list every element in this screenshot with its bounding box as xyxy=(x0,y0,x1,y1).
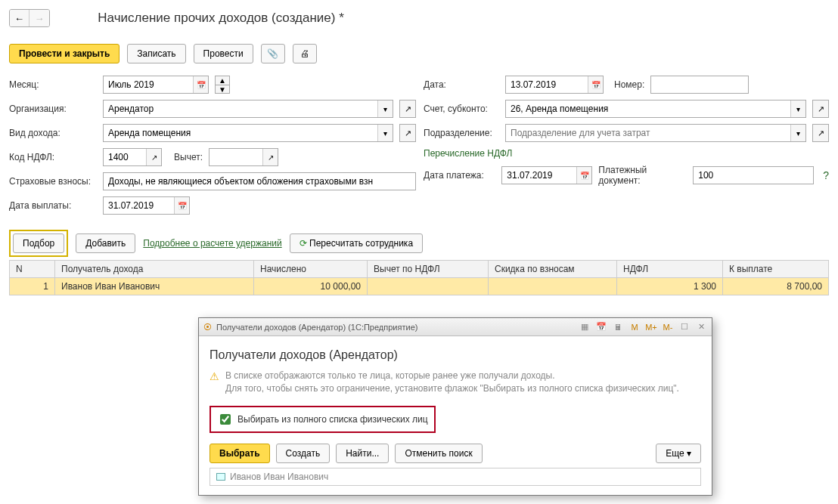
cell-n: 1 xyxy=(10,278,55,295)
month-down-button[interactable]: ▼ xyxy=(215,85,230,94)
month-up-button[interactable]: ▲ xyxy=(215,76,230,85)
ndfl-code-label: Код НДФЛ: xyxy=(9,152,97,162)
pay-date-calendar-icon[interactable]: 📅 xyxy=(174,197,189,214)
deduction-label: Вычет: xyxy=(174,152,203,162)
number-label: Номер: xyxy=(614,79,644,90)
month-label: Месяц: xyxy=(9,79,97,90)
col-recipient: Получатель дохода xyxy=(55,261,254,278)
insurance-label: Страховые взносы: xyxy=(9,176,97,187)
printer-icon: 🖨 xyxy=(300,48,309,59)
pay-date-input[interactable] xyxy=(104,197,174,214)
tax-date-label: Дата платежа: xyxy=(424,170,495,181)
month-input[interactable] xyxy=(104,76,193,93)
deduction-open-button[interactable]: ↗ xyxy=(262,149,278,165)
account-label: Счет, субконто: xyxy=(424,104,499,114)
tax-date-calendar-icon[interactable]: 📅 xyxy=(576,167,591,184)
calendar-icon[interactable]: 📅 xyxy=(193,76,208,93)
paperclip-icon: 📎 xyxy=(267,48,278,59)
number-input[interactable] xyxy=(651,76,748,93)
page-title: Начисление прочих доходов (создание) * xyxy=(98,11,343,26)
attach-button[interactable]: 📎 xyxy=(261,44,285,63)
income-type-label: Вид дохода: xyxy=(9,128,97,138)
add-button[interactable]: Добавить xyxy=(76,233,135,253)
tax-doc-input[interactable] xyxy=(694,167,813,184)
col-n: N xyxy=(10,261,55,278)
refresh-icon: ⟳ xyxy=(300,238,307,249)
pick-button[interactable]: Подбор xyxy=(13,233,64,253)
col-ndfl-deduction: Вычет по НДФЛ xyxy=(368,261,489,278)
post-and-close-button[interactable]: Провести и закрыть xyxy=(9,44,119,63)
cell-accrued: 10 000,00 xyxy=(254,278,368,295)
ndfl-code-input[interactable] xyxy=(104,149,146,165)
recalculate-button[interactable]: ⟳ Пересчитать сотрудника xyxy=(290,233,423,253)
org-label: Организация: xyxy=(9,104,97,114)
tax-date-input[interactable] xyxy=(502,167,576,184)
account-open-button[interactable]: ↗ xyxy=(812,100,829,118)
date-input[interactable] xyxy=(506,76,588,93)
post-button[interactable]: Провести xyxy=(194,44,253,63)
insurance-input[interactable] xyxy=(104,173,415,190)
table-row[interactable]: 1 Иванов Иван Иванович 10 000,00 1 300 8… xyxy=(10,278,829,295)
col-discount: Скидка по взносам xyxy=(489,261,617,278)
col-ndfl: НДФЛ xyxy=(617,261,723,278)
ndfl-transfer-section: Перечисление НДФЛ xyxy=(424,148,512,159)
org-input[interactable] xyxy=(104,100,377,117)
pay-date-label: Дата выплаты: xyxy=(9,200,97,211)
cell-recipient: Иванов Иван Иванович xyxy=(55,278,254,295)
account-dropdown-button[interactable]: ▾ xyxy=(790,100,805,117)
department-open-button[interactable]: ↗ xyxy=(812,124,829,142)
org-dropdown-button[interactable]: ▾ xyxy=(377,100,393,117)
col-topay: К выплате xyxy=(723,261,829,278)
main-toolbar: Провести и закрыть Записать Провести 📎 🖨 xyxy=(9,44,829,63)
department-dropdown-button[interactable]: ▾ xyxy=(790,125,805,141)
tax-doc-label: Платежный документ: xyxy=(598,165,687,186)
col-accrued: Начислено xyxy=(254,261,368,278)
write-button[interactable]: Записать xyxy=(127,44,185,63)
cell-discount xyxy=(489,278,617,295)
income-type-input[interactable] xyxy=(104,125,377,141)
print-button[interactable]: 🖨 xyxy=(293,44,317,63)
deductions-details-link[interactable]: Подробнее о расчете удержаний xyxy=(143,238,281,249)
department-input[interactable] xyxy=(506,125,790,141)
table-toolbar: Подбор Добавить Подробнее о расчете удер… xyxy=(9,230,829,257)
ndfl-code-open-button[interactable]: ↗ xyxy=(146,149,161,165)
help-icon[interactable]: ? xyxy=(823,169,829,181)
cell-ndfl-deduction xyxy=(368,278,489,295)
cell-ndfl: 1 300 xyxy=(617,278,723,295)
org-open-button[interactable]: ↗ xyxy=(399,100,416,118)
income-table: N Получатель дохода Начислено Вычет по Н… xyxy=(9,260,829,295)
income-type-dropdown-button[interactable]: ▾ xyxy=(377,125,393,141)
date-calendar-icon[interactable]: 📅 xyxy=(588,76,603,93)
department-label: Подразделение: xyxy=(424,128,499,138)
deduction-input[interactable] xyxy=(210,149,262,165)
nav-arrows: ← → xyxy=(9,9,50,27)
income-type-open-button[interactable]: ↗ xyxy=(399,124,416,142)
date-label: Дата: xyxy=(424,79,499,90)
account-input[interactable] xyxy=(506,100,790,117)
forward-button[interactable]: → xyxy=(29,10,49,26)
cell-topay: 8 700,00 xyxy=(723,278,829,295)
back-button[interactable]: ← xyxy=(10,10,29,26)
